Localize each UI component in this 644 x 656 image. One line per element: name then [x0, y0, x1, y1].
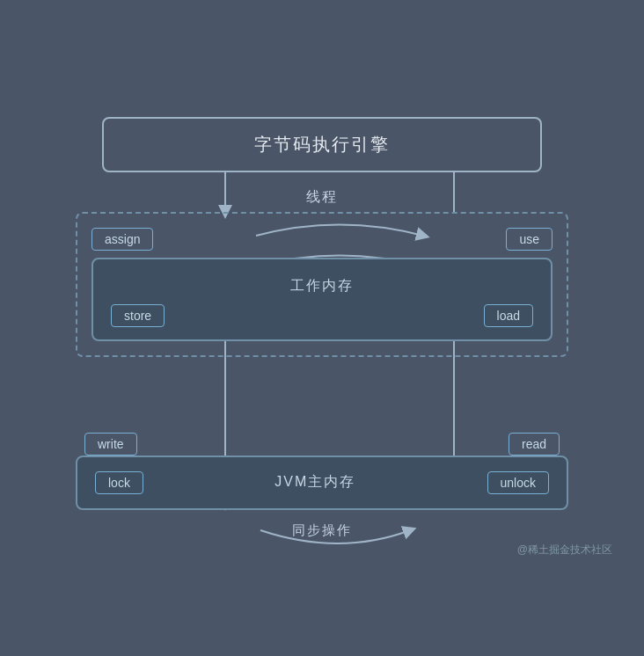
assign-button: assign [91, 228, 153, 251]
store-button: store [111, 304, 165, 327]
working-memory-label: 工作内存 [111, 277, 533, 295]
sync-label: 同步操作 [23, 522, 621, 539]
watermark: @稀土掘金技术社区 [23, 543, 621, 558]
diagram: 字节码执行引擎 线程 assign use 工作内存 store load [23, 99, 621, 558]
thread-section: 线程 assign use 工作内存 store load [76, 188, 568, 357]
jvm-section: write read lock JVM主内存 unlock [76, 433, 568, 510]
lock-button: lock [95, 471, 143, 494]
jvm-inner-row: lock JVM主内存 unlock [95, 471, 549, 494]
jvm-box: lock JVM主内存 unlock [76, 456, 568, 510]
load-button: load [484, 304, 533, 327]
read-button: read [509, 433, 560, 456]
unlock-button: unlock [487, 471, 549, 494]
thread-label: 线程 [76, 188, 568, 207]
thread-wrapper: 线程 assign use 工作内存 store load [23, 188, 621, 357]
jvm-wrapper: write read lock JVM主内存 unlock [23, 419, 621, 510]
assign-use-row: assign use [91, 228, 553, 251]
write-button: write [84, 433, 137, 456]
working-memory-box: 工作内存 store load [91, 258, 553, 341]
arrow-spacer [23, 357, 621, 419]
bytecode-engine-box: 字节码执行引擎 [102, 117, 542, 172]
thread-dashed-box: assign use 工作内存 store load [76, 212, 568, 357]
bytecode-section: 字节码执行引擎 [23, 99, 621, 172]
bytecode-engine-label: 字节码执行引擎 [254, 135, 390, 154]
store-load-row: store load [111, 304, 533, 327]
jvm-main-memory-label: JVM主内存 [274, 473, 355, 492]
write-read-row: write read [76, 433, 568, 456]
use-button: use [506, 228, 553, 251]
